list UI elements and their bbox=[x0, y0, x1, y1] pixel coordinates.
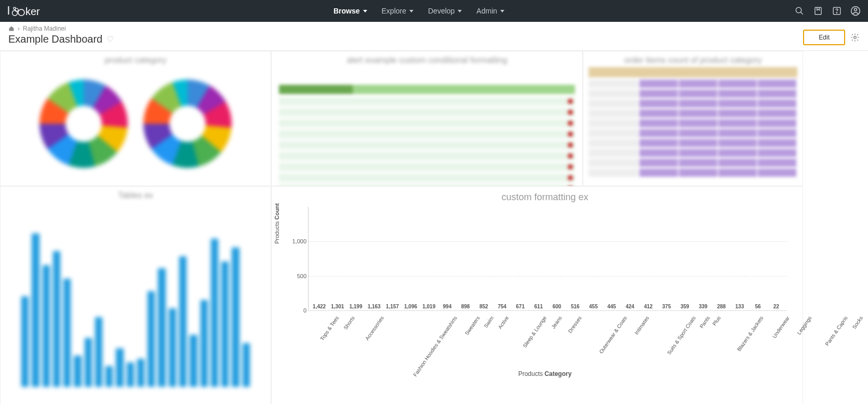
bar-value-label: 600 bbox=[553, 304, 562, 309]
chevron-right-icon: › bbox=[18, 25, 20, 32]
chart-title: custom formatting ex bbox=[298, 192, 792, 203]
tile-title: Tables ex bbox=[1, 187, 271, 204]
nav-center: Browse Explore Develop Admin bbox=[44, 7, 794, 15]
blurred-pivot bbox=[589, 67, 797, 177]
home-icon[interactable] bbox=[8, 25, 15, 32]
bar-value-label: 898 bbox=[461, 304, 470, 309]
subheader: › Rajitha Madinei Example Dashboard ♡ Ed… bbox=[0, 22, 868, 51]
svg-point-6 bbox=[796, 7, 802, 13]
logo[interactable]: l ker bbox=[7, 5, 44, 17]
svg-line-7 bbox=[800, 12, 803, 15]
bar-value-label: 1,163 bbox=[368, 304, 381, 309]
donut-chart-2 bbox=[143, 80, 232, 168]
nav-develop-label: Develop bbox=[428, 7, 455, 15]
account-icon[interactable] bbox=[850, 6, 861, 16]
bar-value-label: 1,157 bbox=[386, 304, 399, 309]
bar-value-label: 424 bbox=[625, 304, 634, 309]
dashboard-body: product category alert example custom co… bbox=[0, 51, 868, 404]
bar-value-label: 1,422 bbox=[313, 304, 326, 309]
nav-explore[interactable]: Explore bbox=[382, 7, 413, 15]
bar-value-label: 852 bbox=[479, 304, 488, 309]
tile-title: product category bbox=[1, 51, 271, 69]
blurred-table bbox=[272, 69, 582, 193]
bar-value-label: 1,301 bbox=[331, 304, 344, 309]
nav-right bbox=[794, 6, 861, 16]
nav-browse[interactable]: Browse bbox=[333, 7, 367, 15]
bar-value-label: 288 bbox=[717, 304, 726, 309]
bookmark-icon[interactable] bbox=[813, 6, 823, 16]
tile-custom-formatting: custom formatting ex Products Count 1,42… bbox=[271, 186, 803, 404]
bar-value-label: 22 bbox=[773, 304, 779, 309]
bar-value-label: 445 bbox=[607, 304, 616, 309]
y-tick: 1,000 bbox=[287, 238, 306, 244]
y-axis-title: Products Count bbox=[274, 203, 280, 244]
nav-browse-label: Browse bbox=[333, 7, 360, 15]
bar-value-label: 339 bbox=[699, 304, 707, 309]
y-tick: 500 bbox=[287, 273, 306, 279]
blurred-bar-chart bbox=[21, 213, 250, 387]
svg-point-3 bbox=[12, 10, 18, 16]
svg-point-4 bbox=[18, 9, 24, 16]
bar-value-label: 671 bbox=[516, 304, 525, 309]
bar-value-label: 1,199 bbox=[349, 304, 362, 309]
tile-product-category: product category bbox=[0, 51, 271, 186]
bar-value-label: 994 bbox=[443, 304, 452, 309]
nav-admin[interactable]: Admin bbox=[476, 7, 504, 15]
logo-mark-icon: l ker bbox=[7, 5, 44, 17]
bar-value-label: 56 bbox=[755, 304, 761, 309]
bar-value-label: 611 bbox=[535, 304, 543, 309]
nav-explore-label: Explore bbox=[382, 7, 406, 15]
chart-plot-area: 1,4221,3011,1991,1631,1571,0961,01999489… bbox=[308, 207, 787, 311]
svg-text:ker: ker bbox=[25, 6, 40, 17]
search-icon[interactable] bbox=[794, 6, 805, 16]
tile-pivot: order items count of product category bbox=[583, 51, 803, 186]
settings-icon[interactable] bbox=[850, 33, 860, 42]
svg-point-12 bbox=[854, 8, 857, 11]
nav-admin-label: Admin bbox=[476, 7, 497, 15]
y-tick: 0 bbox=[287, 307, 306, 314]
x-axis-labels: Tops & TeesShortsAccessoriesFashion Hood… bbox=[308, 311, 787, 368]
tile-tables-ex: Tables ex bbox=[0, 186, 271, 404]
breadcrumb: › Rajitha Madinei Example Dashboard ♡ bbox=[8, 25, 114, 45]
chart-bars: 1,4221,3011,1991,1631,1571,0961,01999489… bbox=[309, 207, 787, 310]
bar-value-label: 1,096 bbox=[404, 304, 417, 309]
tile-title: alert example custom conditional formatt… bbox=[272, 51, 582, 69]
help-icon[interactable] bbox=[832, 6, 842, 16]
bar-value-label: 1,019 bbox=[422, 304, 435, 309]
bar-value-label: 375 bbox=[662, 304, 671, 309]
page-title: Example Dashboard bbox=[8, 33, 102, 45]
bar-value-label: 133 bbox=[736, 304, 744, 309]
top-nav: l ker Browse Explore Develop Admin bbox=[0, 0, 868, 22]
bar-value-label: 516 bbox=[571, 304, 580, 309]
tile-conditional-formatting: alert example custom conditional formatt… bbox=[271, 51, 583, 186]
bar-value-label: 455 bbox=[589, 304, 598, 309]
svg-point-13 bbox=[854, 36, 857, 39]
svg-text:l: l bbox=[7, 5, 10, 17]
edit-button[interactable]: Edit bbox=[803, 30, 845, 45]
donut-chart-1 bbox=[39, 80, 128, 168]
x-tick-label: Accessories bbox=[364, 315, 427, 371]
bar-value-label: 754 bbox=[498, 304, 506, 309]
bar-value-label: 359 bbox=[680, 304, 689, 309]
svg-point-10 bbox=[836, 12, 837, 13]
favorite-icon[interactable]: ♡ bbox=[106, 34, 114, 44]
svg-rect-8 bbox=[815, 7, 821, 15]
tile-title: order items count of product category bbox=[583, 51, 803, 69]
bar-value-label: 412 bbox=[644, 304, 653, 309]
breadcrumb-parent[interactable]: Rajitha Madinei bbox=[23, 25, 66, 32]
nav-develop[interactable]: Develop bbox=[428, 7, 462, 15]
